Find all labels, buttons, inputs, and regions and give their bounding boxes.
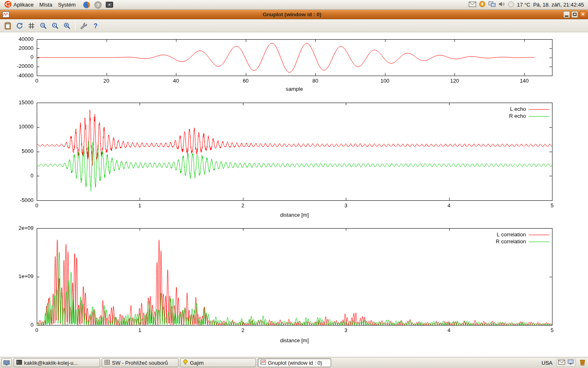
taskbar-tray: USA xyxy=(541,359,587,367)
help-icon[interactable]: ? xyxy=(93,0,103,9)
mail-notification-icon[interactable] xyxy=(558,360,565,366)
task-terminal[interactable]: kaklik@kaklik-kolej-u... xyxy=(13,358,100,367)
toolbar-separator xyxy=(75,21,76,30)
task-label: Gnuplot (window id : 0) xyxy=(268,360,322,366)
autoscale-icon[interactable] xyxy=(62,20,72,31)
toggle-grid-icon[interactable] xyxy=(26,20,37,31)
clock-indicator[interactable]: Pá, 18. září, 21:42:45 xyxy=(533,2,584,8)
screenshot-icon[interactable] xyxy=(105,0,114,9)
network-icon[interactable] xyxy=(488,1,496,8)
window-title: Gnuplot (window id : 0) xyxy=(24,11,559,18)
zoom-previous-icon[interactable] xyxy=(38,20,49,31)
maximize-button[interactable] xyxy=(571,11,578,18)
configure-icon[interactable] xyxy=(78,20,89,31)
temperature-indicator[interactable]: 17 °C xyxy=(517,2,530,8)
task-label: SW - Prohlížeč souborů xyxy=(112,360,168,366)
applications-menu-label: Aplikace xyxy=(13,2,33,8)
plot-area xyxy=(0,32,588,357)
copy-to-clipboard-icon[interactable] xyxy=(2,20,13,31)
minimize-button[interactable] xyxy=(563,11,570,18)
system-menu[interactable]: Systém xyxy=(55,0,78,9)
task-file-manager[interactable]: SW - Prohlížeč souborů xyxy=(102,358,178,367)
gnuplot-icon xyxy=(261,360,266,366)
svg-text:?: ? xyxy=(94,22,98,29)
zoom-next-icon[interactable] xyxy=(50,20,60,31)
mail-icon[interactable] xyxy=(469,2,476,8)
chart-echo[interactable] xyxy=(0,99,588,224)
gajim-icon xyxy=(183,359,188,366)
window-controls: × xyxy=(563,11,586,18)
minimize-icon xyxy=(565,16,568,17)
file-manager-icon xyxy=(105,360,110,366)
trash-icon[interactable] xyxy=(579,359,586,367)
close-button[interactable]: × xyxy=(579,11,586,18)
maximize-icon xyxy=(573,13,577,16)
firefox-icon[interactable] xyxy=(82,0,91,9)
system-menu-label: Systém xyxy=(58,2,76,8)
task-gajim[interactable]: Gajim xyxy=(180,358,256,367)
software-update-icon[interactable] xyxy=(479,1,486,9)
display-settings-icon[interactable] xyxy=(568,359,574,366)
gnuplot-window-icon[interactable] xyxy=(2,11,9,18)
taskbar: kaklik@kaklik-kolej-u... SW - Prohlížeč … xyxy=(0,357,588,368)
weather-icon[interactable] xyxy=(508,1,514,9)
plot-toolbar: ? xyxy=(0,19,588,32)
volume-icon[interactable] xyxy=(499,1,505,8)
notification-area xyxy=(556,359,576,367)
panel-launchers: ? xyxy=(82,0,114,9)
help-toolbar-icon[interactable]: ? xyxy=(90,20,101,31)
terminal-icon xyxy=(16,360,22,366)
ubuntu-logo-icon xyxy=(4,1,11,9)
places-menu-label: Místa xyxy=(39,2,52,8)
chart-sample-waveform[interactable] xyxy=(0,32,588,99)
titlebar[interactable]: Gnuplot (window id : 0) × xyxy=(0,10,588,19)
panel-status-area: 17 °C Pá, 18. září, 21:42:45 xyxy=(469,1,586,9)
gnuplot-window: Gnuplot (window id : 0) × xyxy=(0,10,588,357)
places-menu[interactable]: Místa xyxy=(36,0,55,9)
keyboard-layout-indicator[interactable]: USA xyxy=(541,360,552,366)
chart-correlation[interactable] xyxy=(0,224,588,352)
applications-menu[interactable]: Aplikace xyxy=(2,0,36,9)
svg-text:?: ? xyxy=(97,2,100,7)
show-desktop-button[interactable] xyxy=(1,358,12,367)
task-label: Gajim xyxy=(190,360,204,366)
task-label: kaklik@kaklik-kolej-u... xyxy=(24,360,78,366)
desktop: Aplikace Místa Systém ? xyxy=(0,0,588,368)
top-panel: Aplikace Místa Systém ? xyxy=(0,0,588,10)
show-desktop-icon xyxy=(3,360,10,366)
task-gnuplot[interactable]: Gnuplot (window id : 0) xyxy=(258,358,331,367)
replot-icon[interactable] xyxy=(14,20,25,31)
